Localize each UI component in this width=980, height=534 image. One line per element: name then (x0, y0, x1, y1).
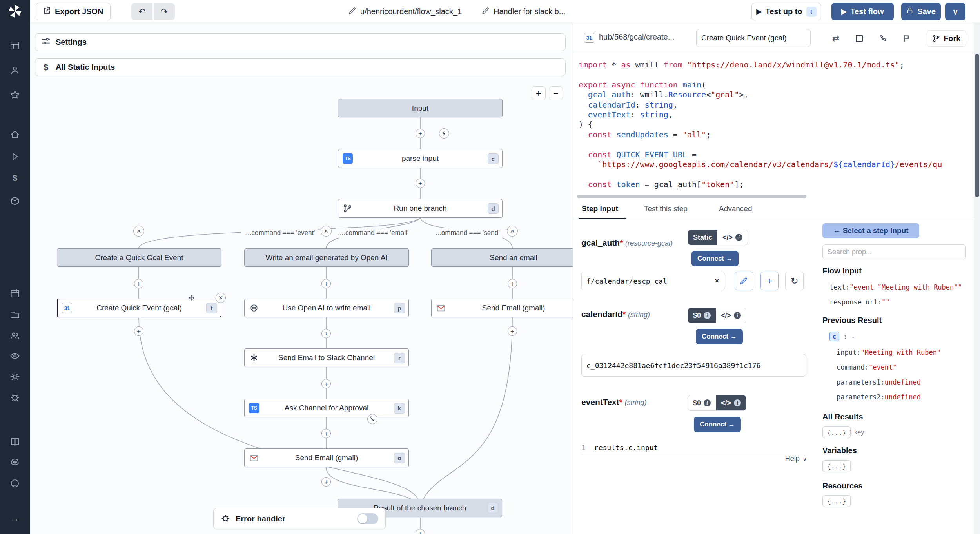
hub-script-path[interactable]: hub/568/gcal/create... (599, 33, 674, 42)
save-button[interactable]: Save (901, 3, 941, 20)
settings-gear-icon[interactable] (10, 372, 20, 382)
node-openai-write-email[interactable]: Use Open AI to write email p (244, 299, 409, 317)
code-editor[interactable]: import * as wmill from "https://deno.lan… (579, 60, 969, 195)
user-icon[interactable] (10, 65, 20, 75)
node-branch2-header[interactable]: Write an email generated by Open AI (244, 248, 409, 267)
add-step-button[interactable]: + (321, 477, 331, 487)
workers-bug-icon[interactable] (10, 392, 20, 402)
windmill-logo-icon[interactable] (7, 4, 23, 19)
github-icon[interactable] (10, 478, 20, 488)
code-horizontal-scrollbar[interactable] (577, 195, 806, 198)
add-step-button[interactable]: + (321, 279, 331, 288)
add-step-button[interactable]: + (134, 279, 143, 288)
node-ask-channel-approval[interactable]: TS Ask Channel for Approval k (244, 399, 409, 417)
groups-users-icon[interactable] (10, 331, 20, 341)
panel-scrollbar-thumb[interactable] (975, 54, 979, 197)
expr-mode-pill[interactable]: </>i (717, 230, 748, 245)
node-flow-input[interactable]: Input (338, 99, 503, 117)
edit-resource-button[interactable] (735, 272, 753, 290)
prop-row[interactable]: response_url : "" (829, 295, 962, 310)
zoom-in-button[interactable]: + (532, 86, 546, 100)
error-handler-toggle[interactable] (357, 513, 378, 524)
event-text-expression-editor[interactable]: 1 results.c.input (581, 441, 806, 454)
swap-icon[interactable]: ⇄ (828, 31, 844, 46)
node-send-email-gmail-3[interactable]: Send Email (gmail) (431, 299, 573, 317)
add-step-button[interactable]: + (508, 279, 517, 288)
redo-button[interactable]: ↷ (154, 3, 175, 20)
static-mode-pill[interactable]: $0i (688, 308, 716, 323)
help-link[interactable]: Help∨ (742, 455, 807, 463)
prop-row[interactable]: parameters1 : undefined (837, 375, 941, 390)
prop-row[interactable]: parameters2 : undefined (837, 390, 941, 405)
add-step-button[interactable]: + (321, 379, 331, 388)
add-step-button[interactable]: + (416, 129, 425, 138)
node-run-one-branch[interactable]: Run one branch d (338, 199, 503, 218)
tab-advanced[interactable]: Advanced (719, 204, 752, 213)
all-results-object-button[interactable]: {...} (822, 426, 851, 438)
schedules-calendar-icon[interactable] (10, 288, 20, 299)
node-branch3-header[interactable]: Send an email (431, 248, 573, 267)
flow-settings-bar[interactable]: Settings (35, 33, 566, 51)
node-branch1-header[interactable]: Create a Quick Gcal Event (57, 248, 221, 267)
add-step-button[interactable]: + (134, 326, 143, 336)
node-parse-input[interactable]: TS parse input c (338, 149, 503, 168)
static-mode-pill[interactable]: $0i (688, 395, 716, 410)
move-step-icon[interactable] (187, 293, 197, 303)
collapse-toggle[interactable]: - (851, 333, 855, 341)
runs-play-icon[interactable] (10, 151, 20, 162)
zoom-out-button[interactable]: − (549, 86, 563, 100)
variables-dollar-icon[interactable]: $ (10, 173, 20, 183)
resources-object-button[interactable]: {...} (822, 495, 851, 507)
flow-summary-group[interactable]: Handler for slack b... (482, 0, 565, 23)
docs-book-icon[interactable] (10, 437, 20, 447)
calendar-id-input[interactable] (581, 354, 806, 377)
connect-calendar-id-button[interactable]: Connect → (696, 329, 743, 344)
refresh-resource-button[interactable]: ↻ (785, 272, 804, 290)
step-name-input[interactable] (696, 29, 811, 47)
expr-mode-pill[interactable]: </>i (716, 308, 746, 323)
prop-row[interactable]: command : "event" (837, 360, 941, 375)
remove-branch-1-button[interactable]: × (133, 226, 144, 237)
expr-mode-pill[interactable]: </>i (716, 395, 746, 410)
delete-step-button[interactable]: × (216, 293, 226, 303)
add-step-button[interactable]: + (508, 326, 517, 336)
all-static-inputs-bar[interactable]: $ All Static Inputs (35, 58, 566, 76)
error-handler-bar[interactable]: Error handler (213, 508, 386, 529)
flow-canvas[interactable]: Settings $ All Static Inputs + − Input T… (30, 23, 573, 534)
tab-step-input[interactable]: Step Input (582, 204, 618, 213)
audit-eye-icon[interactable] (10, 351, 20, 361)
discord-icon[interactable] (10, 457, 20, 467)
test-up-to-button[interactable]: ▶ Test up to t (751, 3, 821, 20)
flow-path-group[interactable]: u/henricourdent/flow_slack_1 (348, 0, 462, 23)
connect-gcal-auth-button[interactable]: Connect → (691, 251, 739, 266)
fork-button[interactable]: Fork (927, 30, 966, 47)
prop-search-input[interactable] (822, 244, 966, 259)
expand-editor-icon[interactable] (851, 31, 867, 46)
phone-suspend-icon[interactable] (875, 31, 891, 46)
apps-grid-icon[interactable] (10, 40, 20, 51)
previous-step-badge-row[interactable]: c : - (829, 332, 855, 341)
star-icon[interactable] (10, 90, 20, 100)
export-json-button[interactable]: Export JSON (36, 3, 111, 20)
tab-test-this-step[interactable]: Test this step (644, 204, 688, 213)
add-step-button[interactable]: + (321, 329, 331, 338)
prop-row[interactable]: text : "event "Meeting with Ruben"" (829, 280, 962, 295)
test-flow-button[interactable]: ▶ Test flow (831, 3, 894, 20)
node-send-email-gmail[interactable]: Send Email (gmail) o (244, 448, 409, 467)
add-step-button[interactable]: + (321, 429, 331, 438)
suspend-phone-icon[interactable] (367, 414, 377, 424)
home-icon[interactable] (10, 129, 20, 140)
resources-cube-icon[interactable] (10, 196, 20, 206)
add-resource-button[interactable]: + (760, 272, 779, 290)
undo-button[interactable]: ↶ (131, 3, 152, 20)
save-dropdown-button[interactable]: ∨ (945, 3, 965, 20)
clear-resource-icon[interactable]: × (711, 275, 723, 287)
add-step-button[interactable]: + (416, 179, 425, 188)
expand-sidebar-arrow-icon[interactable]: → (10, 514, 20, 524)
folders-icon[interactable] (10, 310, 20, 320)
select-step-input-button[interactable]: ← Select a step input (822, 223, 919, 238)
prop-row[interactable]: input : "Meeting with Ruben" (837, 345, 941, 360)
gcal-auth-resource-input[interactable] (581, 272, 725, 290)
variables-object-button[interactable]: {...} (822, 460, 851, 472)
node-send-email-slack[interactable]: Send Email to Slack Channel r (244, 348, 409, 367)
